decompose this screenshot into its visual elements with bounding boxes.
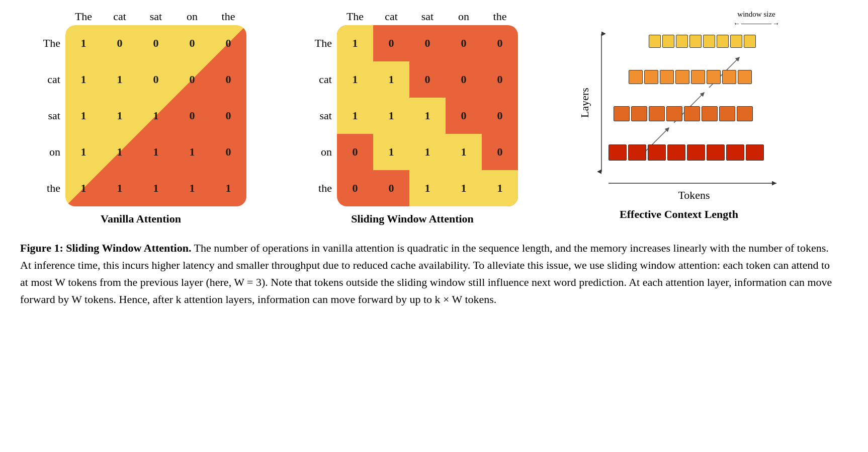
block-1-6 <box>707 144 725 161</box>
block-2-4 <box>666 106 682 121</box>
block-3-7 <box>722 70 736 84</box>
vanilla-row-4: the <box>35 170 65 206</box>
sliding-row-1: cat <box>307 61 337 98</box>
vanilla-col-headers: The cat sat on the <box>65 10 246 25</box>
vanilla-row-3: on <box>35 134 65 170</box>
vanilla-matrix-body: The cat sat on the 1 0 0 0 0 <box>35 25 246 206</box>
block-1-8 <box>746 144 764 161</box>
cell-0-0: 1 <box>65 25 102 61</box>
sliding-row-3: on <box>307 134 337 170</box>
vanilla-col-1: cat <box>102 10 138 25</box>
cell-2-0: 1 <box>65 98 102 134</box>
cell-1-3: 0 <box>174 61 210 98</box>
s-cell-2-1: 1 <box>373 98 409 134</box>
block-2-3 <box>649 106 665 121</box>
vanilla-cells: 1 0 0 0 0 1 1 0 0 0 1 1 1 <box>65 25 246 206</box>
window-size-arrow: ← → <box>733 20 779 28</box>
figure-caption: Figure 1: Sliding Window Attention. The … <box>20 240 835 308</box>
arrow-right-icon: → <box>772 20 779 28</box>
block-2-5 <box>684 106 700 121</box>
cell-4-4: 1 <box>210 170 246 206</box>
window-size-block: window size ← → <box>733 10 779 28</box>
ecl-diagram: window size ← → Layers <box>573 10 785 221</box>
layers-axis: Layers <box>578 32 591 173</box>
s-cell-3-0: 0 <box>337 134 373 170</box>
s-cell-1-2: 0 <box>409 61 446 98</box>
window-size-label: window size <box>737 10 775 19</box>
diagrams-row: The cat sat on the The cat sat on the <box>20 10 848 225</box>
s-cell-3-2: 1 <box>409 134 446 170</box>
block-2-8 <box>737 106 753 121</box>
main-content: The cat sat on the The cat sat on the <box>20 10 848 308</box>
cell-3-2: 1 <box>138 134 174 170</box>
block-1-2 <box>628 144 646 161</box>
sliding-col-3: on <box>446 10 482 25</box>
sliding-label: Sliding Window Attention <box>351 212 474 225</box>
s-cell-1-4: 0 <box>482 61 518 98</box>
vanilla-col-3: on <box>174 10 210 25</box>
block-2-2 <box>631 106 647 121</box>
vanilla-row-labels: The cat sat on the <box>35 25 65 206</box>
sliding-row-2: sat <box>307 98 337 134</box>
sliding-attention-diagram: The cat sat on the The cat sat on the <box>292 10 533 225</box>
s-cell-4-3: 1 <box>446 170 482 206</box>
layers-label: Layers <box>578 32 591 173</box>
vertical-arrow-container <box>597 30 605 176</box>
s-cell-1-1: 1 <box>373 61 409 98</box>
cell-0-1: 0 <box>102 25 138 61</box>
s-cell-0-2: 0 <box>409 25 446 61</box>
vanilla-col-2: sat <box>138 10 174 25</box>
cell-3-1: 1 <box>102 134 138 170</box>
block-4-7 <box>730 35 742 48</box>
s-cell-1-3: 0 <box>446 61 482 98</box>
block-4-1 <box>649 35 661 48</box>
block-3-8 <box>738 70 752 84</box>
s-cell-2-0: 1 <box>337 98 373 134</box>
ecl-label: Effective Context Length <box>620 208 738 221</box>
block-4-5 <box>703 35 715 48</box>
block-3-6 <box>707 70 721 84</box>
block-4-3 <box>676 35 688 48</box>
sliding-col-0: The <box>337 10 373 25</box>
sliding-row-4: the <box>307 170 337 206</box>
vertical-arrow-svg <box>597 30 605 176</box>
cell-1-4: 0 <box>210 61 246 98</box>
block-4-4 <box>689 35 702 48</box>
cell-3-3: 1 <box>174 134 210 170</box>
s-cell-1-0: 1 <box>337 61 373 98</box>
cell-4-2: 1 <box>138 170 174 206</box>
block-2-6 <box>702 106 718 121</box>
s-cell-0-0: 1 <box>337 25 373 61</box>
cell-0-3: 0 <box>174 25 210 61</box>
vanilla-matrix-grid: 1 0 0 0 0 1 1 0 0 0 1 1 1 <box>65 25 246 206</box>
s-cell-4-4: 1 <box>482 170 518 206</box>
cell-0-4: 0 <box>210 25 246 61</box>
cell-4-1: 1 <box>102 170 138 206</box>
s-cell-3-1: 1 <box>373 134 409 170</box>
arrow-left-icon: ← <box>733 20 740 28</box>
cell-3-0: 1 <box>65 134 102 170</box>
vanilla-col-0: The <box>65 10 102 25</box>
cell-1-1: 1 <box>102 61 138 98</box>
block-3-3 <box>660 70 674 84</box>
s-cell-0-3: 0 <box>446 25 482 61</box>
block-1-7 <box>726 144 744 161</box>
window-size-container: window size ← → <box>573 10 785 28</box>
s-cell-3-4: 0 <box>482 134 518 170</box>
tokens-axis: Tokens <box>609 179 779 202</box>
s-cell-4-0: 0 <box>337 170 373 206</box>
cell-3-4: 0 <box>210 134 246 170</box>
layer-2-blocks <box>614 106 753 121</box>
sliding-col-4: the <box>482 10 518 25</box>
cell-4-3: 1 <box>174 170 210 206</box>
layer-4-blocks <box>649 35 756 48</box>
block-1-5 <box>687 144 705 161</box>
cell-1-2: 0 <box>138 61 174 98</box>
sliding-matrix-grid: 1 0 0 0 0 1 1 0 0 0 1 1 1 <box>337 25 518 206</box>
s-cell-4-1: 0 <box>373 170 409 206</box>
cell-1-0: 1 <box>65 61 102 98</box>
block-3-4 <box>675 70 689 84</box>
cell-4-0: 1 <box>65 170 102 206</box>
ecl-body: Layers <box>578 30 779 176</box>
block-4-2 <box>662 35 674 48</box>
